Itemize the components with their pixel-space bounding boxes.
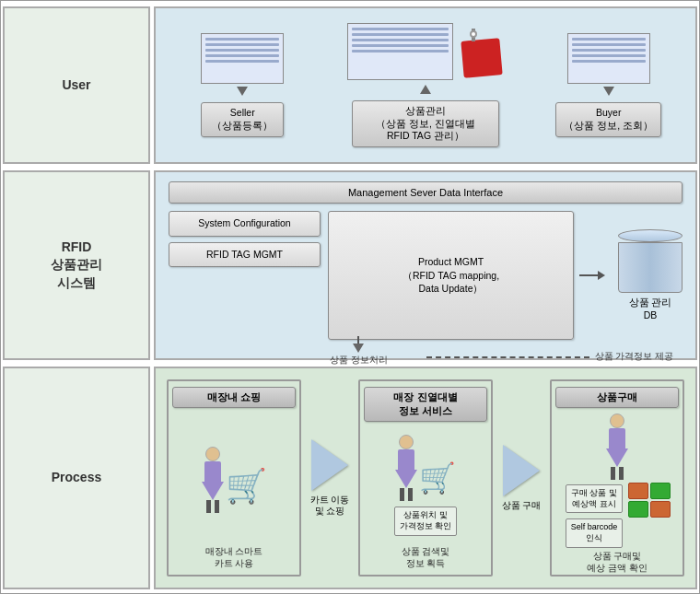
shopping-title: 매장내 쇼핑 bbox=[172, 387, 296, 408]
rfid-label: RFID 상품관리 시스템 bbox=[3, 170, 150, 360]
screen-line bbox=[352, 44, 449, 47]
process-label: Process bbox=[3, 367, 150, 589]
product-label-line2: （상품 정보, 진열대별 bbox=[360, 118, 491, 131]
pm-line2: （RFID TAG mapping, bbox=[402, 269, 499, 283]
purchase-skirt bbox=[606, 448, 628, 467]
arrow2-label: 상품 구매 bbox=[502, 500, 542, 512]
info-process-area: 상품 정보처리 bbox=[330, 336, 388, 367]
rfid-row: RFID 상품관리 시스템 Management Sever Data Inte… bbox=[1, 169, 699, 362]
shopping-bottom-line1: 매장내 스마트 bbox=[205, 545, 263, 557]
rfid-line2: 상품관리 bbox=[51, 256, 102, 274]
screen-line bbox=[352, 39, 449, 41]
info-head bbox=[399, 435, 414, 449]
buyer-arrow-down bbox=[603, 87, 614, 96]
user-content-area: Seller （상품등록） bbox=[154, 6, 697, 164]
buyer-label-box: Buyer （상품 정보, 조회） bbox=[555, 102, 661, 136]
process-box-info: 매장 진열대별 정보 서비스 bbox=[358, 379, 493, 577]
rfid-label-text: RFID 상품관리 시스템 bbox=[51, 239, 102, 293]
purchase-product-items bbox=[628, 483, 671, 518]
purchase-items-area: 구매 상품 및 예상액 표시 Self barcode 인식 bbox=[564, 483, 671, 550]
info-leg-right bbox=[408, 488, 413, 501]
info-torso bbox=[398, 449, 414, 470]
process-label-text: Process bbox=[52, 469, 101, 487]
shopping-title-text: 매장내 쇼핑 bbox=[207, 391, 261, 402]
mgmt-server-bar: Management Sever Data Interface bbox=[169, 181, 682, 204]
arrow1-line1: 카트 이동 bbox=[310, 495, 350, 506]
product-arrow-up bbox=[420, 85, 431, 94]
info-person bbox=[395, 435, 417, 501]
info-figure-area: 🛒 상품위치 및 가격정보 확인 bbox=[392, 427, 460, 545]
product-label-box: 상품관리 （상품 정보, 진열대별 RFID TAG 관리） bbox=[352, 100, 499, 147]
arrow-down-small bbox=[353, 344, 364, 353]
info-bottom-line2: 정보 획득 bbox=[402, 557, 450, 569]
seller-box: Seller （상품등록） bbox=[169, 33, 317, 136]
leg-right bbox=[215, 500, 219, 513]
db-line1: 상품 관리 bbox=[629, 297, 672, 309]
purchase-title-text: 상품구매 bbox=[597, 391, 637, 402]
info-price-text: 상품위치 및 가격정보 확인 bbox=[400, 510, 452, 531]
item2 bbox=[650, 483, 671, 499]
info-title-line2: 정보 서비스 bbox=[372, 404, 479, 418]
info-cart-icon: 🛒 bbox=[419, 460, 456, 495]
user-label: User bbox=[3, 6, 150, 164]
rfid-inner: Management Sever Data Interface System C… bbox=[161, 178, 690, 353]
info-bottom-line1: 상품 검색및 bbox=[402, 545, 450, 557]
item-row2 bbox=[628, 501, 671, 518]
purchase-title: 상품구매 bbox=[555, 387, 679, 408]
info-price-box: 상품위치 및 가격정보 확인 bbox=[394, 507, 458, 535]
process-row: Process 매장내 쇼핑 bbox=[1, 365, 699, 591]
product-screen-lines bbox=[352, 28, 449, 76]
buyer-label-line1: Buyer bbox=[564, 107, 653, 120]
person-head bbox=[205, 447, 220, 461]
buyer-label-line2: （상품 정보, 조회） bbox=[564, 120, 653, 133]
rfid-line1: RFID bbox=[51, 239, 102, 257]
process-box-purchase: 상품구매 bbox=[550, 379, 684, 577]
rfid-line3: 시스템 bbox=[51, 274, 102, 293]
shopping-bottom-label: 매장내 스마트 카트 사용 bbox=[205, 545, 263, 569]
screen-line bbox=[352, 50, 449, 52]
leg-left bbox=[206, 500, 211, 513]
purchase-info-boxes: 구매 상품 및 예상액 표시 Self barcode 인식 bbox=[564, 483, 625, 550]
purchase-figure-area: 구매 상품 및 예상액 표시 Self barcode 인식 bbox=[564, 413, 671, 550]
process-arrow1 bbox=[311, 439, 348, 491]
info-skirt bbox=[395, 470, 417, 488]
arrow1-line2: 및 쇼핑 bbox=[310, 506, 350, 517]
product-mgmt-rfid-box: Product MGMT （RFID TAG mapping, Data Upd… bbox=[328, 211, 574, 340]
rfid-tag-mgmt-label: RFID TAG MGMT bbox=[206, 249, 283, 260]
item-row1 bbox=[628, 483, 671, 499]
purchase-info-box1: 구매 상품 및 예상액 표시 bbox=[566, 484, 624, 513]
purchase-head bbox=[610, 413, 624, 428]
item3 bbox=[628, 501, 648, 518]
person-torso bbox=[204, 461, 221, 482]
product-screen bbox=[347, 23, 453, 80]
tag-hole bbox=[470, 30, 477, 38]
tag-body bbox=[461, 38, 502, 78]
cart-icon: 🛒 bbox=[226, 467, 267, 506]
purchase-info2-text: Self barcode 인식 bbox=[571, 522, 618, 543]
purchase-bottom-label: 상품 구매및 예상 금액 확인 bbox=[587, 550, 648, 574]
seller-line2: （상품등록） bbox=[209, 120, 275, 133]
purchase-bottom-line2: 예상 금액 확인 bbox=[587, 562, 648, 574]
seller-screen-lines bbox=[205, 38, 279, 79]
item1 bbox=[628, 483, 648, 499]
info-leg-left bbox=[400, 488, 404, 501]
purchase-info1-text: 구매 상품 및 예상액 표시 bbox=[571, 488, 618, 509]
purchase-leg-right bbox=[619, 467, 624, 480]
diagram-container: User Sel bbox=[0, 0, 700, 594]
product-label-line3: RFID TAG 관리） bbox=[360, 130, 491, 143]
arrow-v-line bbox=[357, 336, 359, 344]
purchase-person bbox=[606, 413, 628, 480]
process-content-area: 매장내 쇼핑 bbox=[154, 367, 697, 589]
buyer-box: Buyer （상품 정보, 조회） bbox=[534, 33, 682, 136]
product-mgmt-text: Product MGMT （RFID TAG mapping, Data Upd… bbox=[402, 255, 499, 296]
rfid-inner-boxes: System Configuration RFID TAG MGMT Produ… bbox=[169, 211, 682, 340]
item4 bbox=[650, 501, 671, 518]
pm-line3: Data Update） bbox=[402, 282, 499, 296]
screen-line bbox=[572, 49, 646, 52]
seller-arrow-down bbox=[237, 87, 248, 96]
person-skirt bbox=[202, 482, 224, 500]
info-legs bbox=[400, 488, 413, 501]
buyer-screen bbox=[567, 33, 650, 84]
product-label-line1: 상품관리 bbox=[360, 105, 491, 118]
arrow-line-h bbox=[579, 274, 598, 276]
